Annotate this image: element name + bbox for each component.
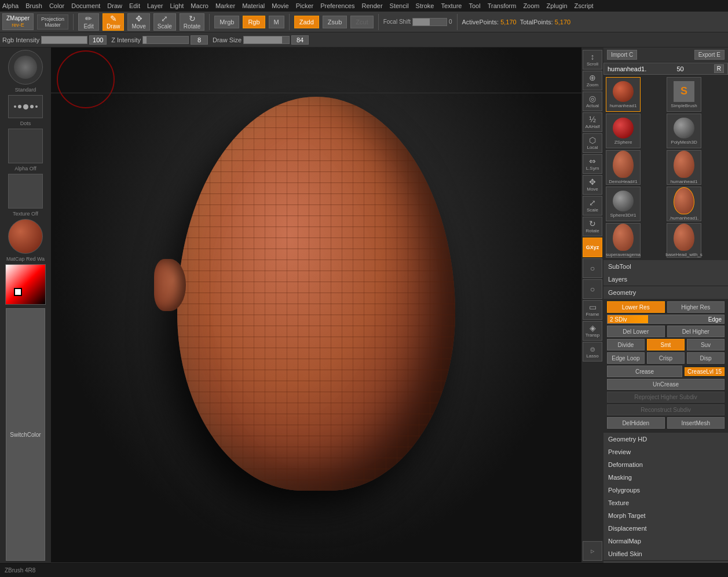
sdiv-slider[interactable]: 2 SDiv Edge [607, 315, 725, 324]
menu-draw[interactable]: Draw [107, 2, 122, 9]
tool-zsphere[interactable]: ZSphere [606, 114, 641, 148]
dots-preview[interactable] [8, 95, 43, 118]
geometry-hd-header[interactable]: Geometry HD [603, 433, 728, 445]
edge-loop-button[interactable]: Edge Loop [607, 352, 645, 364]
menu-material[interactable]: Material [242, 2, 265, 9]
gxyz-button[interactable]: GXyz [583, 238, 602, 257]
tool-humanhead1[interactable]: humanhead1 [606, 77, 641, 112]
menu-render[interactable]: Render [362, 2, 383, 9]
scroll-button[interactable]: ↕ Scroll [583, 50, 602, 70]
actual-button[interactable]: ◎ Actual [583, 92, 602, 111]
lower-res-button[interactable]: Lower Res [607, 301, 665, 313]
lsym-button[interactable]: ⇔ L.Sym [583, 154, 602, 174]
suv-button[interactable]: Suv [687, 339, 725, 350]
collapse-tray-button[interactable]: ▷ [583, 541, 602, 561]
menu-macro[interactable]: Macro [191, 2, 208, 9]
tool-superaverage[interactable]: superaveragema [606, 223, 641, 258]
reproject-button[interactable]: Reproject Higher Subdiv [607, 392, 725, 403]
matcap-preview[interactable] [8, 219, 43, 254]
color-picker[interactable] [5, 264, 46, 305]
tool-humanhead1c[interactable]: .humanhead1. [667, 187, 701, 221]
menu-alpha[interactable]: Alpha [2, 2, 19, 9]
rotate-tray-button[interactable]: ↻ Rotate [583, 217, 602, 236]
menu-movie[interactable]: Movie [272, 2, 288, 9]
menu-texture[interactable]: Texture [441, 2, 462, 9]
menu-marker[interactable]: Marker [215, 2, 235, 9]
menu-zoom[interactable]: Zoom [523, 2, 539, 9]
brush-preview[interactable] [8, 50, 43, 85]
higher-res-button[interactable]: Higher Res [667, 301, 725, 313]
edit-button[interactable]: ✏ Edit [78, 13, 99, 31]
menu-stroke[interactable]: Stroke [416, 2, 434, 9]
projection-master-button[interactable]: Projection Master [37, 14, 68, 30]
menu-tool[interactable]: Tool [469, 2, 480, 9]
import-c-button[interactable]: Import C [607, 50, 637, 60]
uncrease-button[interactable]: UnCrease [607, 379, 725, 390]
displacement-header[interactable]: Displacement [603, 522, 728, 535]
unified-skin-header[interactable]: Unified Skin [603, 547, 728, 560]
tool-basehead[interactable]: baseHead_with_s [667, 223, 701, 258]
texture-header[interactable]: Texture [603, 496, 728, 509]
smt-button[interactable]: Smt [647, 339, 685, 350]
tray-btn-11[interactable]: ○ [583, 258, 602, 278]
move-button[interactable]: ✥ Move [127, 13, 149, 31]
zadd-button[interactable]: Zadd [294, 16, 319, 28]
masking-header[interactable]: Masking [603, 471, 728, 484]
subtool-header[interactable]: SubTool [603, 260, 728, 273]
zoom-button[interactable]: ⊕ Zoom [583, 71, 602, 90]
crease-level-slider[interactable]: CreaseLvl 15 [685, 367, 725, 376]
z-intensity-slider[interactable] [142, 36, 189, 44]
alpha-preview[interactable] [8, 129, 43, 163]
move-tray-button[interactable]: ✥ Move [583, 175, 602, 195]
preview-header[interactable]: Preview [603, 445, 728, 458]
focal-shift-slider[interactable] [412, 18, 447, 26]
lasso-button[interactable]: ⌾ Lasso [583, 342, 602, 361]
aahalf-button[interactable]: ½ AAHalf [583, 112, 602, 132]
zmapper-button[interactable]: ZMapper rev-E [2, 13, 34, 30]
tool-simplebrush[interactable]: S SimpleBrush [667, 77, 701, 112]
crease-button[interactable]: Crease [607, 366, 682, 377]
tray-btn-12[interactable]: ○ [583, 279, 602, 299]
menu-light[interactable]: Light [170, 2, 184, 9]
draw-size-slider[interactable] [243, 36, 290, 44]
zcut-button[interactable]: Zcut [350, 16, 373, 28]
menu-picker[interactable]: Picker [296, 2, 314, 9]
m-button[interactable]: M [269, 16, 284, 28]
rotate-button[interactable]: ↻ Rotate [180, 13, 204, 31]
switch-color-button[interactable]: SwitchColor [6, 308, 45, 561]
menu-transform[interactable]: Transform [488, 2, 517, 9]
export-e-button[interactable]: Export E [694, 50, 725, 60]
viewport[interactable] [51, 48, 581, 563]
menu-zscript[interactable]: Zscript [575, 2, 594, 9]
menu-preferences[interactable]: Preferences [320, 2, 354, 9]
insert-mesh-button[interactable]: InsertMesh [667, 417, 725, 429]
canvas-area[interactable] [51, 48, 581, 563]
zsub-button[interactable]: Zsub [323, 16, 347, 28]
r-badge[interactable]: R [714, 64, 724, 73]
mrgb-button[interactable]: Mrgb [214, 16, 239, 28]
menu-document[interactable]: Document [71, 2, 100, 9]
local-button[interactable]: ⬡ Local [583, 133, 602, 153]
delhidden-button[interactable]: DelHidden [607, 417, 665, 429]
morph-target-header[interactable]: Morph Target [603, 509, 728, 522]
tool-demohead1[interactable]: DemoHead#1 [606, 150, 641, 185]
menu-color[interactable]: Color [49, 2, 64, 9]
geometry-header[interactable]: Geometry [603, 286, 728, 299]
disp-button[interactable]: Disp [687, 352, 725, 364]
menu-zplugin[interactable]: Zplugin [547, 2, 568, 9]
deformation-header[interactable]: Deformation [603, 458, 728, 471]
tool-polymesh3d[interactable]: PolyMesh3D [667, 114, 701, 148]
divide-button[interactable]: Divide [607, 339, 645, 350]
frame-button[interactable]: ▭ Frame [583, 300, 602, 320]
menu-layer[interactable]: Layer [147, 2, 163, 9]
scale-tray-button[interactable]: ⤢ Scale [583, 196, 602, 216]
polygroups-header[interactable]: Polygroups [603, 484, 728, 496]
layers-header[interactable]: Layers [603, 273, 728, 286]
scale-button[interactable]: ⤢ Scale [153, 13, 176, 31]
del-lower-button[interactable]: Del Lower [607, 326, 665, 337]
crisp-button[interactable]: Crisp [647, 352, 685, 364]
tool-sphere3d1[interactable]: Sphere3D#1 [606, 187, 641, 221]
rgb-intensity-slider[interactable] [41, 36, 87, 44]
menu-edit[interactable]: Edit [129, 2, 140, 9]
menu-stencil[interactable]: Stencil [390, 2, 409, 9]
